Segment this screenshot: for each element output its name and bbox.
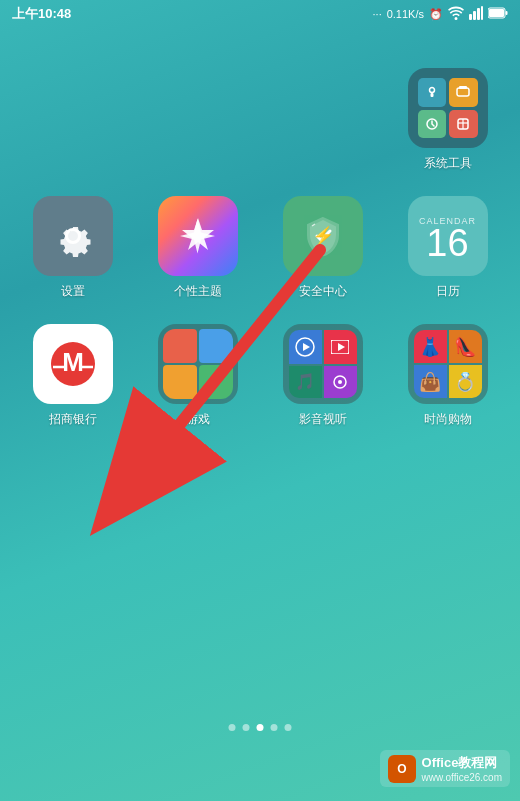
speed-indicator: 0.11K/s: [387, 8, 424, 20]
status-time: 上午10:48: [12, 5, 71, 23]
svg-text:M: M: [62, 347, 84, 377]
sys-cell-4: [449, 110, 478, 139]
battery-icon: [488, 7, 508, 21]
page-dots: [229, 724, 292, 731]
games-label: 游戏: [186, 411, 210, 428]
app-theme[interactable]: 个性主题: [135, 186, 260, 314]
page-dot-3[interactable]: [271, 724, 278, 731]
app-calendar[interactable]: calendar 16 日历: [385, 186, 510, 314]
svg-text:O: O: [397, 762, 406, 776]
video-icon: 🎵: [283, 324, 363, 404]
app-grid-row2: M 招商银行 游戏: [0, 314, 520, 442]
fashion-icon: 👗 👠 👜 💍: [408, 324, 488, 404]
cellular-icon: [469, 6, 483, 22]
svg-rect-9: [457, 88, 469, 96]
svg-rect-1: [473, 11, 476, 20]
svg-rect-0: [469, 14, 472, 20]
page-dot-4[interactable]: [285, 724, 292, 731]
svg-rect-5: [506, 11, 508, 15]
page-dot-1[interactable]: [243, 724, 250, 731]
security-label: 安全中心: [299, 283, 347, 300]
signal-icon: ···: [373, 8, 382, 20]
wifi-icon: [448, 6, 464, 22]
svg-rect-3: [481, 6, 483, 20]
games-icon: [158, 324, 238, 404]
bank-icon: M: [33, 324, 113, 404]
app-settings[interactable]: 设置: [10, 186, 135, 314]
page-dot-0[interactable]: [229, 724, 236, 731]
app-system-tools[interactable]: 系统工具: [385, 58, 510, 186]
svg-rect-8: [430, 93, 433, 97]
app-fashion[interactable]: 👗 👠 👜 💍 时尚购物: [385, 314, 510, 442]
app-bank[interactable]: M 招商银行: [10, 314, 135, 442]
system-tools-row: 系统工具: [0, 48, 520, 186]
sys-cell-3: [418, 110, 447, 139]
theme-icon: [158, 196, 238, 276]
settings-icon: [33, 196, 113, 276]
app-games[interactable]: 游戏: [135, 314, 260, 442]
svg-marker-15: [182, 218, 214, 250]
theme-label: 个性主题: [174, 283, 222, 300]
calendar-icon: calendar 16: [408, 196, 488, 276]
svg-point-26: [338, 380, 342, 384]
svg-rect-10: [459, 86, 467, 89]
alarm-icon: ⏰: [429, 8, 443, 21]
watermark-url: www.office26.com: [422, 772, 502, 783]
fashion-label: 时尚购物: [424, 411, 472, 428]
svg-text:⚡: ⚡: [312, 225, 335, 247]
calendar-label: 日历: [436, 283, 460, 300]
page-dot-2[interactable]: [257, 724, 264, 731]
status-bar: 上午10:48 ··· 0.11K/s ⏰: [0, 0, 520, 28]
watermark-text-group: Office教程网 www.office26.com: [422, 754, 502, 783]
app-video[interactable]: 🎵 影音视听: [260, 314, 385, 442]
watermark: O Office教程网 www.office26.com: [380, 750, 510, 787]
settings-label: 设置: [61, 283, 85, 300]
svg-marker-22: [303, 343, 310, 351]
svg-point-7: [429, 88, 434, 93]
status-icons: ··· 0.11K/s ⏰: [373, 6, 508, 22]
app-grid-row1: 设置 个性主题 ⚡ 安全中心 calendar 16 日历: [0, 186, 520, 314]
watermark-title: Office教程网: [422, 754, 502, 772]
sys-cell-2: [449, 78, 478, 107]
sys-cell-1: [418, 78, 447, 107]
bank-label: 招商银行: [49, 411, 97, 428]
svg-rect-2: [477, 8, 480, 20]
svg-rect-6: [489, 9, 504, 17]
office-icon: O: [388, 755, 416, 783]
svg-marker-24: [338, 343, 345, 351]
video-label: 影音视听: [299, 411, 347, 428]
security-icon: ⚡: [283, 196, 363, 276]
system-tools-icon: [408, 68, 488, 148]
system-tools-label: 系统工具: [424, 155, 472, 172]
app-security[interactable]: ⚡ 安全中心: [260, 186, 385, 314]
